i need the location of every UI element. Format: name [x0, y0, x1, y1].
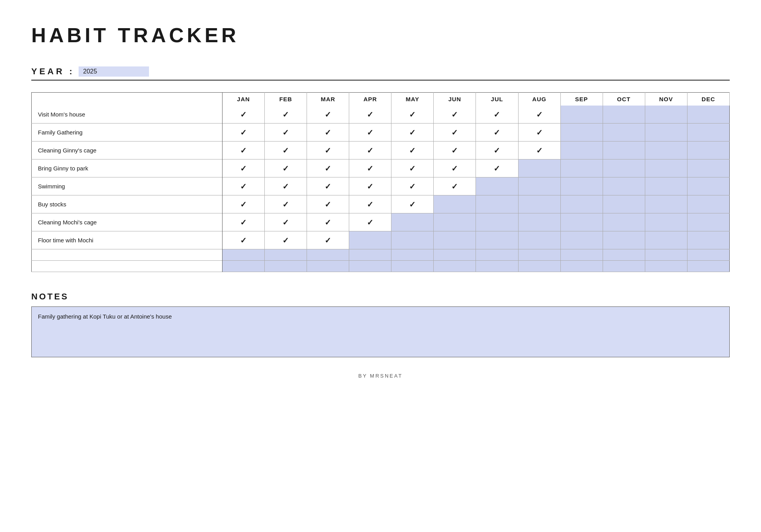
habit-month-cell[interactable]: [645, 261, 687, 272]
habit-month-cell[interactable]: [434, 213, 476, 231]
habit-month-cell[interactable]: [645, 159, 687, 177]
habit-month-cell[interactable]: [476, 213, 518, 231]
habit-month-cell[interactable]: [518, 159, 560, 177]
habit-month-cell[interactable]: ✓: [391, 106, 434, 124]
habit-month-cell[interactable]: [645, 231, 687, 249]
habit-month-cell[interactable]: [434, 231, 476, 249]
habit-month-cell[interactable]: ✓: [391, 159, 434, 177]
habit-month-cell[interactable]: ✓: [307, 159, 349, 177]
habit-month-cell[interactable]: [645, 249, 687, 261]
habit-month-cell[interactable]: [645, 213, 687, 231]
habit-month-cell[interactable]: [476, 195, 518, 213]
habit-month-cell[interactable]: [687, 231, 729, 249]
habit-month-cell[interactable]: ✓: [391, 124, 434, 142]
habit-month-cell[interactable]: [603, 177, 645, 195]
habit-month-cell[interactable]: ✓: [349, 213, 391, 231]
habit-month-cell[interactable]: ✓: [265, 124, 307, 142]
habit-month-cell[interactable]: [560, 213, 603, 231]
habit-month-cell[interactable]: [518, 213, 560, 231]
habit-month-cell[interactable]: ✓: [349, 142, 391, 159]
habit-month-cell[interactable]: ✓: [223, 195, 265, 213]
habit-month-cell[interactable]: ✓: [476, 159, 518, 177]
habit-month-cell[interactable]: ✓: [349, 106, 391, 124]
habit-month-cell[interactable]: [518, 177, 560, 195]
habit-month-cell[interactable]: [349, 231, 391, 249]
habit-month-cell[interactable]: [560, 177, 603, 195]
habit-month-cell[interactable]: [476, 249, 518, 261]
habit-month-cell[interactable]: ✓: [265, 142, 307, 159]
habit-month-cell[interactable]: [518, 249, 560, 261]
habit-month-cell[interactable]: [307, 249, 349, 261]
habit-month-cell[interactable]: [603, 159, 645, 177]
habit-month-cell[interactable]: ✓: [434, 177, 476, 195]
habit-month-cell[interactable]: [518, 195, 560, 213]
habit-month-cell[interactable]: ✓: [391, 177, 434, 195]
habit-month-cell[interactable]: ✓: [307, 195, 349, 213]
habit-month-cell[interactable]: ✓: [307, 142, 349, 159]
habit-month-cell[interactable]: ✓: [223, 159, 265, 177]
habit-month-cell[interactable]: [223, 249, 265, 261]
habit-month-cell[interactable]: ✓: [223, 124, 265, 142]
habit-month-cell[interactable]: [560, 249, 603, 261]
habit-month-cell[interactable]: [307, 261, 349, 272]
habit-month-cell[interactable]: [645, 106, 687, 124]
habit-month-cell[interactable]: [645, 124, 687, 142]
habit-month-cell[interactable]: ✓: [223, 142, 265, 159]
habit-month-cell[interactable]: [476, 231, 518, 249]
habit-month-cell[interactable]: [560, 142, 603, 159]
habit-month-cell[interactable]: ✓: [349, 124, 391, 142]
habit-month-cell[interactable]: [603, 195, 645, 213]
habit-month-cell[interactable]: ✓: [307, 106, 349, 124]
habit-month-cell[interactable]: ✓: [265, 106, 307, 124]
habit-month-cell[interactable]: [476, 177, 518, 195]
habit-month-cell[interactable]: [687, 124, 729, 142]
habit-month-cell[interactable]: ✓: [518, 124, 560, 142]
habit-month-cell[interactable]: [391, 249, 434, 261]
habit-month-cell[interactable]: ✓: [307, 231, 349, 249]
habit-month-cell[interactable]: [645, 142, 687, 159]
habit-month-cell[interactable]: [265, 261, 307, 272]
habit-month-cell[interactable]: ✓: [349, 195, 391, 213]
habit-month-cell[interactable]: [434, 261, 476, 272]
year-input[interactable]: [79, 66, 149, 77]
habit-month-cell[interactable]: [560, 195, 603, 213]
habit-month-cell[interactable]: ✓: [265, 195, 307, 213]
habit-month-cell[interactable]: [518, 231, 560, 249]
habit-month-cell[interactable]: [687, 249, 729, 261]
habit-month-cell[interactable]: [687, 195, 729, 213]
habit-month-cell[interactable]: ✓: [391, 195, 434, 213]
habit-month-cell[interactable]: [603, 213, 645, 231]
habit-month-cell[interactable]: ✓: [223, 177, 265, 195]
habit-month-cell[interactable]: [603, 231, 645, 249]
habit-month-cell[interactable]: [391, 261, 434, 272]
habit-month-cell[interactable]: ✓: [434, 124, 476, 142]
habit-month-cell[interactable]: [223, 261, 265, 272]
habit-month-cell[interactable]: [603, 106, 645, 124]
habit-month-cell[interactable]: ✓: [223, 106, 265, 124]
habit-month-cell[interactable]: ✓: [518, 106, 560, 124]
habit-month-cell[interactable]: [687, 213, 729, 231]
habit-month-cell[interactable]: ✓: [391, 142, 434, 159]
habit-month-cell[interactable]: [349, 261, 391, 272]
habit-month-cell[interactable]: [687, 106, 729, 124]
habit-month-cell[interactable]: [687, 177, 729, 195]
habit-month-cell[interactable]: [687, 261, 729, 272]
habit-month-cell[interactable]: ✓: [223, 231, 265, 249]
habit-month-cell[interactable]: ✓: [265, 177, 307, 195]
habit-month-cell[interactable]: ✓: [349, 159, 391, 177]
habit-month-cell[interactable]: ✓: [476, 106, 518, 124]
habit-month-cell[interactable]: ✓: [223, 213, 265, 231]
habit-month-cell[interactable]: ✓: [434, 142, 476, 159]
habit-month-cell[interactable]: [391, 213, 434, 231]
habit-month-cell[interactable]: [687, 159, 729, 177]
habit-month-cell[interactable]: ✓: [476, 142, 518, 159]
habit-month-cell[interactable]: ✓: [349, 177, 391, 195]
habit-month-cell[interactable]: ✓: [265, 213, 307, 231]
habit-month-cell[interactable]: [603, 142, 645, 159]
habit-month-cell[interactable]: ✓: [434, 106, 476, 124]
habit-month-cell[interactable]: [265, 249, 307, 261]
habit-month-cell[interactable]: [434, 249, 476, 261]
habit-month-cell[interactable]: [645, 177, 687, 195]
habit-month-cell[interactable]: ✓: [265, 159, 307, 177]
habit-month-cell[interactable]: [560, 159, 603, 177]
